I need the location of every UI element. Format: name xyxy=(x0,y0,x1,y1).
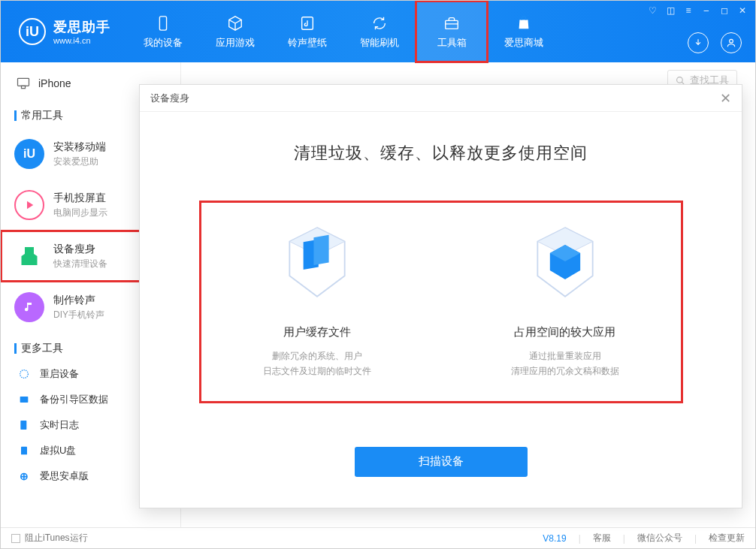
mirror-icon xyxy=(14,190,44,220)
nav-label: 铃声壁纸 xyxy=(288,36,327,50)
feedback-icon[interactable]: ◫ xyxy=(665,5,676,16)
svg-rect-2 xyxy=(446,20,458,29)
card-large-apps[interactable]: 占用空间的较大应用 通过批量重装应用清理应用的冗余文稿和数据 xyxy=(490,217,640,379)
nav-label: 爱思商城 xyxy=(504,36,543,50)
tool-title: 安装移动端 xyxy=(53,140,106,154)
svg-rect-7 xyxy=(20,397,29,403)
nav-flash[interactable]: 智能刷机 xyxy=(343,1,416,62)
nav-my-device[interactable]: 我的设备 xyxy=(127,1,199,62)
nav-tabs: 我的设备 应用游戏 铃声壁纸 智能刷机 工具箱 爱思商城 xyxy=(127,1,560,62)
svg-point-3 xyxy=(730,39,733,43)
android-icon: ⊕ xyxy=(17,469,31,483)
app-url: www.i4.cn xyxy=(53,36,110,45)
minimize-icon[interactable]: ‒ xyxy=(701,5,712,16)
more-label: 备份引导区数据 xyxy=(40,393,108,406)
cards-highlight-area: 用户缓存文件 删除冗余的系统、用户日志文件及过期的临时文件 占用空间的较大应用 … xyxy=(201,202,682,402)
slim-icon xyxy=(14,241,44,271)
monitor-icon xyxy=(16,76,31,91)
card-title: 占用空间的较大应用 xyxy=(514,325,615,339)
card-title: 用户缓存文件 xyxy=(283,325,351,339)
tool-desc: DIY手机铃声 xyxy=(53,309,104,321)
svg-rect-5 xyxy=(22,86,26,88)
modal-heading: 清理垃圾、缓存、以释放更多使用空间 xyxy=(294,142,588,164)
nav-label: 工具箱 xyxy=(437,36,467,50)
app-header: iU 爱思助手 www.i4.cn 我的设备 应用游戏 铃声壁纸 智能刷机 工具… xyxy=(1,1,755,62)
tool-desc: 快速清理设备 xyxy=(53,258,107,270)
footer: 阻止iTunes运行 V8.19 | 客服 | 微信公众号 | 检查更新 xyxy=(1,527,755,548)
tool-desc: 电脑同步显示 xyxy=(53,207,107,219)
scan-device-button[interactable]: 扫描设备 xyxy=(355,447,528,477)
ringtone-icon xyxy=(14,292,44,322)
maximize-icon[interactable]: ◻ xyxy=(719,5,730,16)
nav-label: 我的设备 xyxy=(144,36,183,50)
install-icon: iU xyxy=(14,139,44,169)
nav-ringtone[interactable]: 铃声壁纸 xyxy=(271,1,343,62)
app-title: 爱思助手 xyxy=(53,18,110,36)
modal-title: 设备瘦身 xyxy=(150,92,189,105)
music-icon xyxy=(298,14,316,32)
version-label: V8.19 xyxy=(543,533,566,544)
footer-wechat[interactable]: 微信公众号 xyxy=(637,532,682,544)
user-button[interactable] xyxy=(721,32,742,53)
nav-toolbox[interactable]: 工具箱 xyxy=(416,1,488,62)
device-icon xyxy=(154,14,172,32)
modal-close-button[interactable]: ✕ xyxy=(720,90,731,107)
cache-graphic-icon xyxy=(272,217,362,307)
device-name: iPhone xyxy=(38,77,71,89)
itunes-label: 阻止iTunes运行 xyxy=(25,532,88,544)
svg-point-6 xyxy=(20,370,29,379)
more-label: 爱思安卓版 xyxy=(40,469,89,483)
nav-apps[interactable]: 应用游戏 xyxy=(199,1,271,62)
card-desc: 通过批量重装应用清理应用的冗余文稿和数据 xyxy=(511,348,619,379)
more-label: 实时日志 xyxy=(40,418,79,432)
footer-support[interactable]: 客服 xyxy=(593,532,611,544)
svg-rect-12 xyxy=(313,235,328,265)
window-controls: ♡ ◫ ≡ ‒ ◻ ✕ xyxy=(647,5,748,16)
skin-icon[interactable]: ♡ xyxy=(647,5,658,16)
nav-label: 智能刷机 xyxy=(360,36,399,50)
backup-icon xyxy=(17,393,31,406)
logo-area: iU 爱思助手 www.i4.cn xyxy=(1,1,124,62)
footer-update[interactable]: 检查更新 xyxy=(709,532,745,544)
more-label: 重启设备 xyxy=(40,367,79,381)
tool-title: 制作铃声 xyxy=(53,294,104,307)
more-label: 虚拟U盘 xyxy=(40,444,76,457)
card-cache-files[interactable]: 用户缓存文件 删除冗余的系统、用户日志文件及过期的临时文件 xyxy=(242,217,392,379)
tool-title: 设备瘦身 xyxy=(53,243,107,256)
card-desc: 删除冗余的系统、用户日志文件及过期的临时文件 xyxy=(263,348,371,379)
svg-point-10 xyxy=(677,77,683,83)
svg-rect-0 xyxy=(159,16,166,29)
download-button[interactable] xyxy=(688,32,709,53)
tool-title: 手机投屏直 xyxy=(53,192,107,205)
device-slim-modal: 设备瘦身 ✕ 清理垃圾、缓存、以释放更多使用空间 用户缓存文件 删除冗余的系统、… xyxy=(139,84,742,508)
nav-label: 应用游戏 xyxy=(216,36,255,50)
svg-rect-9 xyxy=(21,447,27,455)
svg-rect-8 xyxy=(20,421,26,430)
restart-icon xyxy=(17,367,31,381)
log-icon xyxy=(17,418,31,432)
apps-graphic-icon xyxy=(520,217,610,307)
refresh-icon xyxy=(370,14,389,32)
close-icon[interactable]: ✕ xyxy=(737,5,748,16)
toolbox-icon xyxy=(443,14,461,32)
itunes-checkbox[interactable] xyxy=(11,534,20,543)
tool-desc: 安装爱思助 xyxy=(53,155,106,168)
bag-icon xyxy=(515,14,533,32)
nav-store[interactable]: 爱思商城 xyxy=(488,1,560,62)
menu-icon[interactable]: ≡ xyxy=(683,5,694,16)
logo-icon: iU xyxy=(19,18,46,45)
cube-icon xyxy=(226,14,244,32)
usb-icon xyxy=(17,444,31,457)
svg-rect-4 xyxy=(18,78,29,86)
